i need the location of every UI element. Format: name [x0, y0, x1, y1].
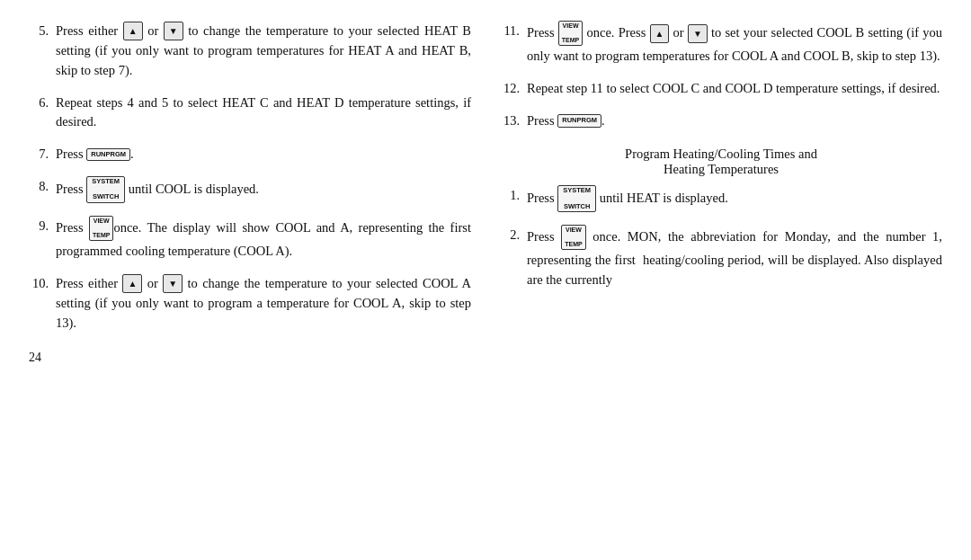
item-content: Repeat step 11 to select COOL C and COOL…	[527, 79, 942, 99]
item-content: Press SYSTEMSWITCH until HEAT is display…	[527, 186, 942, 213]
system-switch-btn[interactable]: SYSTEMSWITCH	[86, 176, 125, 203]
arrow-up-btn[interactable]: ▲	[122, 274, 142, 293]
item-content: Press VIEWTEMP once. Press ▲ or ▼ to set…	[527, 22, 942, 67]
item-content: Press either ▲ or ▼ to change the temper…	[56, 274, 471, 333]
item-number: 1.	[500, 186, 520, 213]
item-number: 10.	[29, 274, 49, 333]
item-number: 2.	[500, 226, 520, 290]
list-item: 13. Press RUNPRGM.	[500, 111, 942, 131]
item-content: Press VIEWTEMPonce. The display will sho…	[56, 217, 471, 262]
run-prgm-btn[interactable]: RUNPRGM	[86, 148, 130, 162]
list-item: 11. Press VIEWTEMP once. Press ▲ or ▼ to…	[500, 22, 942, 67]
item-number: 6.	[29, 93, 49, 133]
arrow-down-btn[interactable]: ▼	[163, 274, 183, 293]
list-item: 6. Repeat steps 4 and 5 to select HEAT C…	[29, 93, 471, 133]
arrow-down-btn[interactable]: ▼	[164, 22, 183, 40]
list-item: 8. Press SYSTEMSWITCH until COOL is disp…	[29, 177, 471, 204]
item-content: Press either ▲ or ▼ to change the temper…	[56, 22, 471, 81]
list-item: 9. Press VIEWTEMPonce. The display will …	[29, 217, 471, 262]
item-number: 13.	[500, 111, 520, 131]
page-layout: 5. Press either ▲ or ▼ to change the tem…	[29, 22, 942, 365]
item-number: 5.	[29, 22, 49, 81]
item-number: 8.	[29, 177, 49, 204]
run-prgm-btn[interactable]: RUNPRGM	[557, 114, 601, 128]
item-number: 7.	[29, 145, 49, 164]
arrow-up-btn[interactable]: ▲	[123, 22, 143, 40]
view-temp-btn[interactable]: VIEWTEMP	[561, 225, 585, 250]
arrow-up-btn[interactable]: ▲	[650, 24, 670, 43]
list-item: 10. Press either ▲ or ▼ to change the te…	[29, 274, 471, 333]
item-number: 9.	[29, 217, 49, 262]
item-content: Press RUNPRGM.	[56, 145, 471, 164]
list-item: 7. Press RUNPRGM.	[29, 145, 471, 164]
list-item: 1. Press SYSTEMSWITCH until HEAT is disp…	[500, 186, 942, 213]
system-switch-btn[interactable]: SYSTEMSWITCH	[557, 185, 596, 212]
item-content: Press VIEWTEMP once. MON, the abbreviati…	[527, 226, 942, 290]
item-number: 12.	[500, 79, 520, 99]
view-temp-btn[interactable]: VIEWTEMP	[558, 21, 583, 46]
left-column: 5. Press either ▲ or ▼ to change the tem…	[29, 22, 471, 365]
right-column: 11. Press VIEWTEMP once. Press ▲ or ▼ to…	[500, 22, 942, 365]
view-temp-btn[interactable]: VIEWTEMP	[89, 216, 113, 241]
list-item: 5. Press either ▲ or ▼ to change the tem…	[29, 22, 471, 81]
item-content: Repeat steps 4 and 5 to select HEAT C an…	[56, 93, 471, 133]
item-content: Press RUNPRGM.	[527, 111, 942, 131]
item-content: Press SYSTEMSWITCH until COOL is display…	[56, 177, 471, 204]
section-title: Program Heating/Cooling Times and Heatin…	[500, 147, 942, 177]
list-item: 2. Press VIEWTEMP once. MON, the abbrevi…	[500, 226, 942, 290]
arrow-down-btn[interactable]: ▼	[688, 24, 708, 43]
item-number: 11.	[500, 22, 520, 67]
page-number: 24	[29, 351, 471, 365]
list-item: 12. Repeat step 11 to select COOL C and …	[500, 79, 942, 99]
